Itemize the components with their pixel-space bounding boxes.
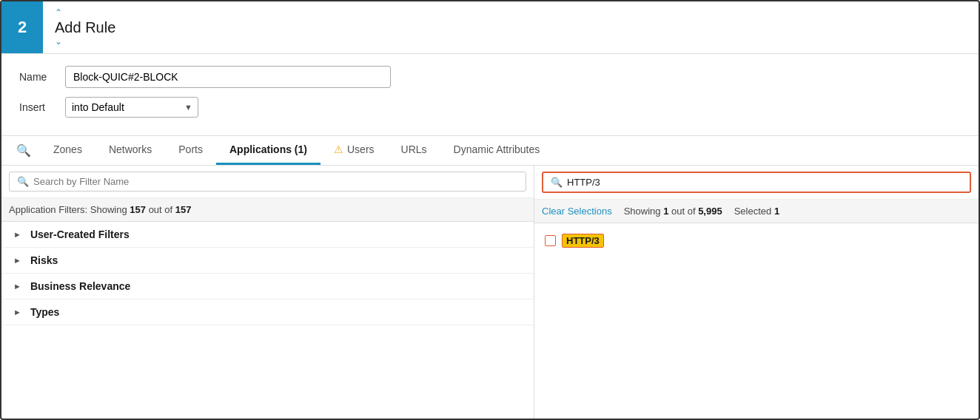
right-showing-total: 5,995: [698, 206, 722, 217]
showing-prefix: Application Filters: Showing: [9, 204, 130, 215]
list-item[interactable]: ► User-Created Filters: [1, 222, 534, 248]
http3-search-wrapper: 🔍: [542, 172, 971, 193]
tab-networks[interactable]: Networks: [95, 136, 165, 165]
filter-search-row: 🔍: [1, 166, 534, 198]
tabs-bar: 🔍 Zones Networks Ports Applications (1) …: [1, 135, 979, 166]
tab-users[interactable]: ⚠ Users: [320, 136, 388, 165]
insert-row: Insert into Default into Top into Bottom…: [19, 97, 961, 118]
tab-dynamic-attributes[interactable]: Dynamic Attributes: [440, 136, 554, 165]
showing-total: 157: [175, 204, 192, 215]
name-row: Name: [19, 66, 961, 88]
warning-icon: ⚠: [334, 143, 343, 155]
http3-label: HTTP/3: [562, 234, 604, 248]
insert-select[interactable]: into Default into Top into Bottom: [65, 97, 198, 118]
list-chevron-icon: ►: [13, 308, 21, 316]
tab-ports[interactable]: Ports: [165, 136, 216, 165]
step-number: 2: [1, 1, 43, 53]
header-title-row: Add Rule: [55, 18, 967, 36]
left-panel: 🔍 Application Filters: Showing 157 out o…: [1, 166, 534, 419]
insert-label: Insert: [19, 101, 56, 113]
right-top-bar: 🔍: [534, 166, 979, 200]
showing-count: 157: [130, 204, 146, 215]
list-item-label: User-Created Filters: [30, 228, 130, 240]
list-chevron-icon: ►: [13, 256, 21, 265]
right-panel: 🔍 Clear Selections Showing 1 out of 5,99…: [534, 166, 979, 419]
list-item-label: Risks: [30, 254, 58, 266]
chevron-up-icon[interactable]: ⌃: [55, 7, 967, 18]
list-chevron-icon: ►: [13, 230, 21, 239]
left-showing-row: Application Filters: Showing 157 out of …: [1, 198, 534, 222]
right-showing-row: Clear Selections Showing 1 out of 5,995 …: [534, 200, 979, 223]
content-area: 🔍 Application Filters: Showing 157 out o…: [1, 166, 979, 419]
right-list-item[interactable]: HTTP/3: [542, 229, 971, 252]
chevron-row: ⌃: [55, 7, 967, 18]
tab-users-label: Users: [347, 143, 375, 155]
list-item-label: Types: [30, 306, 59, 318]
page-title: Add Rule: [55, 19, 115, 36]
showing-of: out of: [146, 204, 175, 215]
form-section: Name Insert into Default into Top into B…: [1, 54, 979, 135]
list-item-label: Business Relevance: [30, 280, 130, 292]
list-item[interactable]: ► Risks: [1, 248, 534, 274]
header-content: ⌃ Add Rule ⌄: [43, 1, 979, 53]
selected-text: Selected 1: [734, 206, 779, 217]
tab-search-icon[interactable]: 🔍: [7, 136, 40, 165]
name-label: Name: [19, 71, 56, 83]
clear-selections-link[interactable]: Clear Selections: [542, 206, 612, 217]
filter-search-input[interactable]: [33, 176, 518, 187]
tab-zones[interactable]: Zones: [40, 136, 95, 165]
name-input[interactable]: [65, 66, 391, 88]
list-chevron-icon: ►: [13, 282, 21, 291]
tab-applications[interactable]: Applications (1): [216, 136, 320, 165]
filter-search-wrapper: 🔍: [9, 172, 526, 192]
list-item[interactable]: ► Business Relevance: [1, 274, 534, 299]
right-results-list: HTTP/3: [534, 223, 979, 419]
right-showing-text: Showing 1 out of 5,995: [624, 206, 722, 217]
list-item[interactable]: ► Types: [1, 299, 534, 325]
header: 2 ⌃ Add Rule ⌄: [1, 1, 979, 54]
http3-search-input[interactable]: [567, 177, 962, 188]
filter-search-icon: 🔍: [17, 176, 29, 187]
selected-count: 1: [774, 206, 779, 217]
chevron-down-icon[interactable]: ⌄: [55, 36, 967, 47]
main-container: 2 ⌃ Add Rule ⌄ Name Insert into Default …: [0, 0, 980, 420]
http3-checkbox[interactable]: [545, 235, 556, 246]
tab-urls[interactable]: URLs: [388, 136, 440, 165]
insert-select-wrapper: into Default into Top into Bottom ▼: [65, 97, 198, 118]
http3-search-icon: 🔍: [551, 177, 563, 188]
filter-list: ► User-Created Filters ► Risks ► Busines…: [1, 222, 534, 419]
